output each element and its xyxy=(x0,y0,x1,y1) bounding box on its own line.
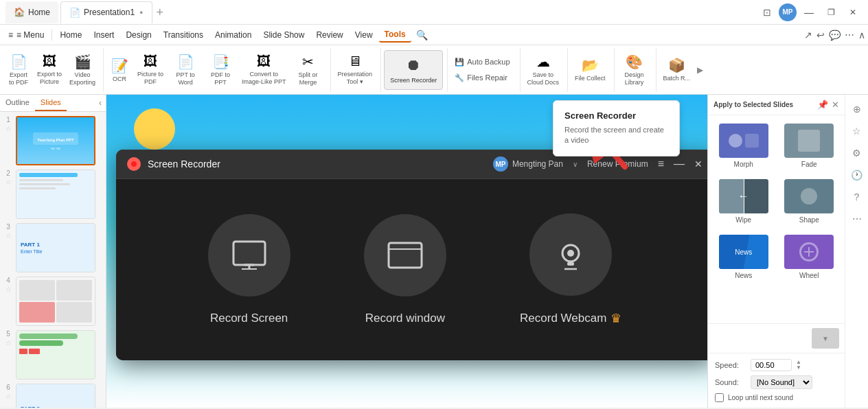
news-label: News xyxy=(735,272,752,279)
slide-thumb-3[interactable]: PART 1 Enter Title xyxy=(16,223,95,272)
menu-review[interactable]: Review xyxy=(310,28,348,42)
menu-view[interactable]: View xyxy=(350,28,378,42)
slide-item-1[interactable]: 1 ☆ Teaching Plan PPT xyxy=(3,116,103,165)
transition-wheel[interactable]: Wheel xyxy=(779,232,840,282)
side-help-icon[interactable]: ? xyxy=(848,188,866,206)
undo-icon[interactable]: ↩ xyxy=(816,30,825,40)
record-screen-label: Record Screen xyxy=(210,312,288,325)
slide-thumb-5[interactable] xyxy=(16,330,95,379)
save-cloud-btn[interactable]: ☁ Save toCloud Docs xyxy=(523,50,564,90)
sr-close-icon[interactable]: ✕ xyxy=(694,159,703,170)
menu-insert[interactable]: Insert xyxy=(88,28,119,42)
save-cloud-label: Save toCloud Docs xyxy=(527,71,560,86)
slide-thumb-2[interactable] xyxy=(16,170,95,219)
slide-item-4[interactable]: 4 ☆ xyxy=(3,277,103,326)
user-avatar[interactable]: MP xyxy=(779,3,797,21)
slide-item-2[interactable]: 2 ☆ xyxy=(3,170,103,219)
close-btn[interactable]: ✕ xyxy=(843,5,863,20)
collapse-panel-btn[interactable]: ‹ xyxy=(95,95,106,111)
wipe-label: Wipe xyxy=(735,216,751,224)
file-collect-label: File Collect xyxy=(575,75,606,82)
split-merge-btn[interactable]: ✂ Split orMerge xyxy=(290,50,326,90)
files-repair-btn[interactable]: 🔧 Files Repair xyxy=(450,71,514,84)
slides-tab[interactable]: Slides xyxy=(35,95,67,111)
convert-image-btn[interactable]: 🖼 Convert toImage-Like PPT xyxy=(238,50,290,90)
collapse-icon[interactable]: ∧ xyxy=(858,30,865,40)
outline-tab[interactable]: Outline xyxy=(0,95,35,111)
export-picture-label: Export toPicture xyxy=(37,71,62,86)
slide-item-3[interactable]: 3 ☆ PART 1 Enter Title xyxy=(3,223,103,272)
sr-menu-icon[interactable]: ≡ xyxy=(658,158,664,170)
slide-item-5[interactable]: 5 ☆ xyxy=(3,330,103,379)
minimize-btn[interactable]: — xyxy=(799,5,819,20)
comment-icon[interactable]: 💬 xyxy=(829,30,841,40)
maximize-btn[interactable]: ❐ xyxy=(821,5,841,20)
pin-icon[interactable]: 📌 xyxy=(817,100,828,110)
sr-minimize-icon[interactable]: — xyxy=(674,159,685,170)
speed-spinner[interactable]: ▲ ▼ xyxy=(796,360,801,371)
screen-recorder-btn[interactable]: ⏺ Screen Recorder xyxy=(384,50,443,90)
slide-thumb-6[interactable]: PART 2 xyxy=(16,384,95,408)
screen-recorder-dialog[interactable]: Screen Recorder MP Mengting Pan ∨ Renew … xyxy=(116,150,707,360)
export-to-picture-btn[interactable]: 🖼 Export toPicture xyxy=(34,50,65,90)
presentation-tool-icon: 🖥 xyxy=(348,54,362,69)
sr-username: Mengting Pan xyxy=(512,159,563,169)
design-library-btn[interactable]: 🎨 DesignLibrary xyxy=(617,50,652,90)
side-star-icon[interactable]: ☆ xyxy=(848,122,866,140)
search-icon[interactable]: 🔍 xyxy=(416,30,428,40)
ocr-btn[interactable]: 📝 OCR xyxy=(106,50,133,90)
record-screen-option[interactable]: Record Screen xyxy=(208,214,290,325)
transition-fade[interactable]: Fade xyxy=(779,121,840,171)
side-add-icon[interactable]: ⊕ xyxy=(848,100,866,118)
design-library-icon: 🎨 xyxy=(626,54,643,70)
side-more-icon[interactable]: ⋯ xyxy=(848,210,866,228)
more-icon[interactable]: ⋯ xyxy=(845,30,854,40)
transition-shape[interactable]: Shape xyxy=(779,176,840,226)
menu-design[interactable]: Design xyxy=(120,28,157,42)
speed-input[interactable] xyxy=(751,359,792,371)
auto-backup-icon: 💾 xyxy=(455,58,464,67)
pic-to-pdf-btn[interactable]: 🖼 Picture toPDF xyxy=(133,50,168,90)
transition-wipe[interactable]: ← Wipe xyxy=(713,176,774,226)
transition-morph[interactable]: Morph xyxy=(713,121,774,171)
loop-checkbox[interactable] xyxy=(715,393,724,402)
tab-ppt-close[interactable]: ● xyxy=(139,9,143,16)
menu-slideshow[interactable]: Slide Show xyxy=(258,28,310,42)
batch-r-btn[interactable]: 📦 Batch R... xyxy=(659,50,695,90)
slide-item-6[interactable]: 6 ☆ PART 2 xyxy=(3,384,103,408)
presentation-tool-btn[interactable]: 🖥 PresentationTool ▾ xyxy=(334,50,377,90)
split-merge-icon: ✂ xyxy=(302,54,314,70)
record-webcam-option[interactable]: Record Webcam ♛ xyxy=(520,213,621,326)
right-panel-close-icon[interactable]: ✕ xyxy=(832,100,839,110)
record-window-option[interactable]: Record window xyxy=(364,214,446,325)
sr-dialog-title: Screen Recorder xyxy=(148,159,220,170)
tab-ppt[interactable]: 📄 Presentation1 ● xyxy=(60,1,152,23)
right-panel-header: Apply to Selected Slides 📌 ✕ xyxy=(708,95,845,115)
monitor-icon[interactable]: ⊡ xyxy=(758,5,776,20)
transition-news[interactable]: News News xyxy=(713,232,774,282)
side-history-icon[interactable]: 🕐 xyxy=(848,166,866,184)
expand-toolbar-btn[interactable]: ▶ xyxy=(694,62,706,78)
more-transitions-btn[interactable]: ▼ xyxy=(812,328,839,349)
tab-home[interactable]: 🏠 Home xyxy=(5,1,58,23)
menu-home[interactable]: Home xyxy=(54,28,87,42)
export-to-pdf-btn[interactable]: 📄 Exportto PDF xyxy=(4,50,33,90)
menu-transitions[interactable]: Transitions xyxy=(158,28,209,42)
tab-home-label: Home xyxy=(28,8,50,17)
slide-thumb-4[interactable] xyxy=(16,277,95,326)
slide-thumb-1[interactable]: Teaching Plan PPT xyxy=(16,116,95,165)
share-icon[interactable]: ↗ xyxy=(804,30,812,40)
pdf-to-ppt-btn[interactable]: 📑 PDF toPPT xyxy=(203,50,238,90)
video-exporting-btn[interactable]: 🎬 VideoExporting xyxy=(66,50,99,90)
auto-backup-btn[interactable]: 💾 Auto Backup xyxy=(450,56,514,69)
side-settings-icon[interactable]: ⚙ xyxy=(848,144,866,162)
ppt-to-word-btn[interactable]: 📄 PPT toWord xyxy=(168,50,203,90)
file-collect-btn[interactable]: 📂 File Collect xyxy=(571,50,610,90)
menu-btn[interactable]: ≡≡ Menu xyxy=(3,28,49,42)
add-tab-btn[interactable]: + xyxy=(157,6,164,19)
record-window-circle xyxy=(364,214,446,296)
menu-animation[interactable]: Animation xyxy=(209,28,257,42)
menu-tools[interactable]: Tools xyxy=(379,27,411,43)
pic-to-pdf-icon: 🖼 xyxy=(144,54,157,69)
sound-select[interactable]: [No Sound] xyxy=(751,375,812,389)
